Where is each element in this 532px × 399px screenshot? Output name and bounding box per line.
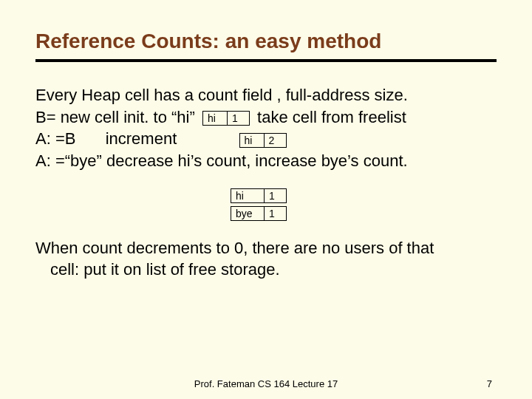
body-para2-line2: cell: put it on list of free storage. xyxy=(50,259,497,281)
cell-bye-final: bye1 xyxy=(231,206,287,221)
slide-title: Reference Counts: an easy method xyxy=(35,30,497,53)
cell-label: hi xyxy=(231,188,265,203)
cell-count: 1 xyxy=(265,188,287,203)
cell-hi-1: hi1 xyxy=(202,111,250,126)
body-line-1: Every Heap cell has a count field , full… xyxy=(35,84,497,106)
cell-hi-final: hi1 xyxy=(231,188,287,203)
body-line-4: A: =“bye” decrease hi’s count, increase … xyxy=(35,150,497,172)
cell-label: hi xyxy=(239,133,265,148)
body-line-2: B= new cell init. to “hi” hi1 take cell … xyxy=(35,106,497,129)
footer-center: Prof. Fateman CS 164 Lecture 17 xyxy=(194,378,338,389)
cell-hi-2: hi2 xyxy=(239,133,287,148)
slide-number: 7 xyxy=(487,378,492,389)
cell-count: 1 xyxy=(228,111,250,126)
body-para2-line1: When count decrements to 0, there are no… xyxy=(35,237,497,259)
body-line-3a: A: =B xyxy=(35,129,75,148)
cell-label: hi xyxy=(202,111,228,126)
slide: Reference Counts: an easy method Every H… xyxy=(0,0,532,399)
title-rule xyxy=(35,59,497,62)
body-line-3: A: =B increment hi2 xyxy=(35,128,497,150)
body-line-2b: take cell from freelist xyxy=(257,108,406,126)
cell-count: 1 xyxy=(265,206,287,221)
slide-body: Every Heap cell has a count field , full… xyxy=(35,84,497,281)
body-line-3b: increment xyxy=(106,129,177,148)
cell-label: bye xyxy=(231,206,265,221)
cell-stack: hi1 bye1 xyxy=(228,188,497,221)
cell-count: 2 xyxy=(265,133,287,148)
body-line-2a: B= new cell init. to “hi” xyxy=(35,108,195,126)
